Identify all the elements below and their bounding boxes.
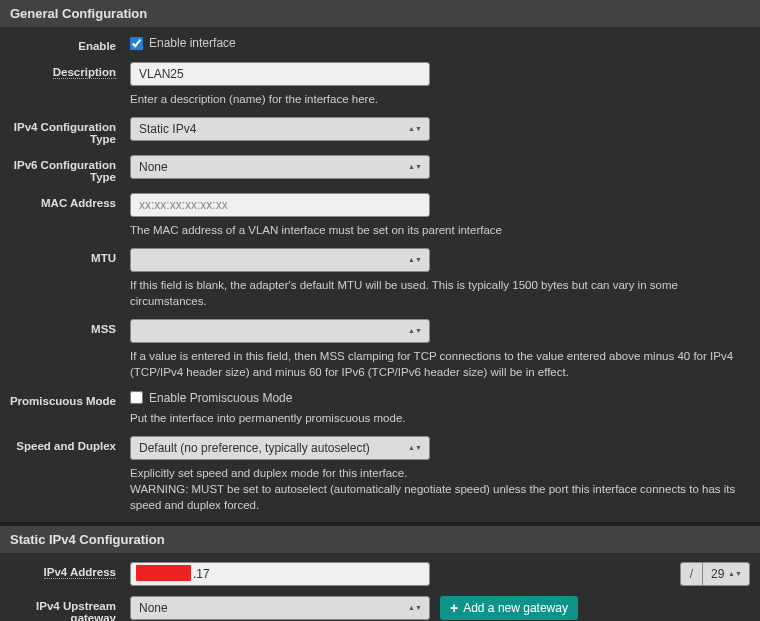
speed-select[interactable]: Default (no preference, typically autose…	[130, 436, 430, 460]
chevron-updown-icon: ▲▼	[729, 572, 741, 576]
speed-label: Speed and Duplex	[0, 436, 130, 452]
general-config-header: General Configuration	[0, 0, 760, 27]
plus-icon: +	[450, 601, 458, 615]
ipv6type-select[interactable]: None ▲▼	[130, 155, 430, 179]
cidr-slash: /	[680, 562, 702, 586]
description-label: Description	[53, 66, 116, 79]
general-config-panel: General Configuration Enable Enable inte…	[0, 0, 760, 522]
ipv4addr-label: IPv4 Address	[44, 566, 116, 579]
description-input[interactable]	[130, 62, 430, 86]
promisc-text: Enable Promiscuous Mode	[149, 391, 292, 405]
static-ipv4-header: Static IPv4 Configuration	[0, 526, 760, 553]
chevron-updown-icon: ▲▼	[409, 258, 421, 262]
mss-label: MSS	[0, 319, 130, 335]
promisc-label: Promiscuous Mode	[0, 391, 130, 407]
add-gateway-button[interactable]: + Add a new gateway	[440, 596, 578, 620]
cidr-select[interactable]: 29 ▲▼	[702, 562, 750, 586]
ipv6type-label: IPv6 Configuration Type	[0, 155, 130, 183]
chevron-updown-icon: ▲▼	[409, 606, 421, 610]
chevron-updown-icon: ▲▼	[409, 127, 421, 131]
chevron-updown-icon: ▲▼	[409, 165, 421, 169]
promisc-help: Put the interface into permanently promi…	[130, 410, 750, 426]
general-config-body: Enable Enable interface Description Ente…	[0, 27, 760, 522]
mss-input[interactable]: ▲▼	[130, 319, 430, 343]
gateway-select[interactable]: None ▲▼	[130, 596, 430, 620]
enable-text: Enable interface	[149, 36, 236, 50]
mtu-label: MTU	[0, 248, 130, 264]
ipv4type-select[interactable]: Static IPv4 ▲▼	[130, 117, 430, 141]
promisc-checkbox[interactable]	[130, 391, 143, 404]
enable-checkbox[interactable]	[130, 37, 143, 50]
mac-input[interactable]	[130, 193, 430, 217]
static-ipv4-body: IPv4 Address / 29 ▲▼ IPv4 Upstream gatew…	[0, 553, 760, 621]
speed-help2: WARNING: MUST be set to autoselect (auto…	[130, 483, 735, 511]
description-help: Enter a description (name) for the inter…	[130, 91, 750, 107]
redacted-overlay	[136, 565, 191, 581]
speed-help1: Explicitly set speed and duplex mode for…	[130, 467, 407, 479]
mtu-help: If this field is blank, the adapter's de…	[130, 277, 750, 309]
mac-label: MAC Address	[0, 193, 130, 209]
mss-help: If a value is entered in this field, the…	[130, 348, 750, 380]
mac-help: The MAC address of a VLAN interface must…	[130, 222, 750, 238]
enable-label: Enable	[0, 36, 130, 52]
gateway-label: IPv4 Upstream gateway	[0, 596, 130, 621]
static-ipv4-panel: Static IPv4 Configuration IPv4 Address /…	[0, 526, 760, 621]
ipv4type-label: IPv4 Configuration Type	[0, 117, 130, 145]
mtu-input[interactable]: ▲▼	[130, 248, 430, 272]
chevron-updown-icon: ▲▼	[409, 329, 421, 333]
chevron-updown-icon: ▲▼	[409, 446, 421, 450]
